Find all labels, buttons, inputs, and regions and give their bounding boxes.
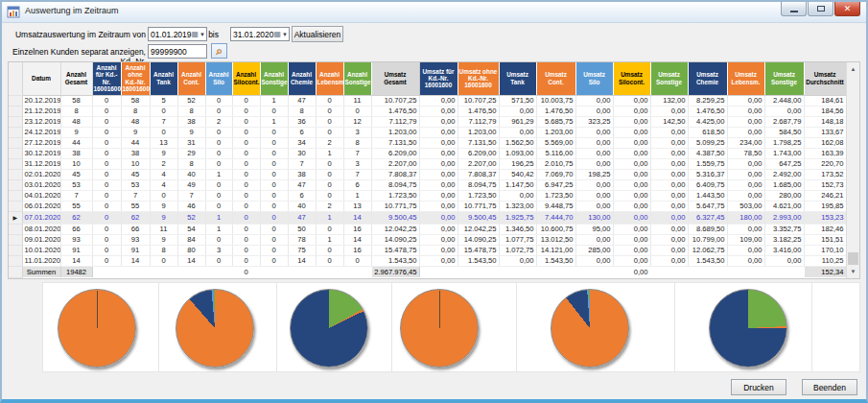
table-cell[interactable]: 1.562,50 — [499, 137, 536, 148]
table-cell[interactable]: 0 — [92, 95, 121, 106]
table-cell[interactable]: 9 — [150, 148, 177, 158]
table-cell[interactable]: 0,00 — [419, 169, 457, 179]
table-cell[interactable]: 1.476,50 — [457, 106, 499, 116]
table-cell[interactable]: 0,00 — [499, 255, 536, 266]
table-cell[interactable]: 2.687,79 — [764, 116, 804, 127]
maximize-button[interactable] — [808, 2, 833, 16]
table-cell[interactable]: 0,00 — [727, 245, 764, 255]
table-cell[interactable]: 8.094,75 — [371, 179, 419, 190]
table-cell[interactable]: 1.543,50 — [457, 255, 499, 266]
table-cell[interactable]: 5.116,00 — [536, 148, 575, 158]
row-selector[interactable] — [9, 95, 22, 106]
table-cell[interactable]: 45 — [121, 169, 150, 179]
table-cell[interactable]: 6.209,00 — [371, 148, 419, 158]
table-cell[interactable]: 84 — [177, 234, 205, 245]
table-cell[interactable]: 2.207,00 — [371, 158, 419, 169]
table-cell[interactable]: 50 — [288, 224, 316, 234]
table-cell[interactable]: 95,00 — [575, 224, 613, 234]
table-cell[interactable]: 0,00 — [575, 95, 613, 106]
table-cell[interactable]: 1.093,00 — [499, 148, 536, 158]
table-cell[interactable]: 162,08 — [804, 137, 846, 148]
table-cell[interactable]: 0,00 — [613, 190, 650, 201]
table-cell[interactable]: 40 — [288, 201, 316, 211]
row-selector[interactable] — [9, 158, 22, 169]
table-cell[interactable]: 10.003,75 — [536, 95, 575, 106]
table-cell[interactable]: 0 — [316, 224, 343, 234]
table-cell[interactable]: 0 — [260, 137, 288, 148]
table-cell[interactable]: 10.707,25 — [371, 95, 419, 106]
table-cell[interactable]: 0,00 — [764, 106, 804, 116]
table-cell[interactable]: 7 — [177, 190, 205, 201]
table-cell[interactable]: 0,00 — [499, 106, 536, 116]
table-cell[interactable]: 0 — [92, 116, 121, 127]
table-cell[interactable]: 0,00 — [650, 106, 688, 116]
table-cell[interactable]: 9 — [60, 127, 92, 137]
table-cell[interactable]: 7 — [343, 148, 371, 158]
table-cell[interactable]: 220,70 — [804, 158, 846, 169]
table-cell[interactable]: 27.12.2019 — [22, 137, 60, 148]
table-cell[interactable]: 21.12.2019 — [22, 106, 60, 116]
table-cell[interactable]: 8.094,75 — [457, 179, 499, 190]
table-cell[interactable]: 647,25 — [764, 158, 804, 169]
table-cell[interactable]: 38 — [60, 148, 92, 158]
table-cell[interactable]: 8 — [121, 106, 150, 116]
table-cell[interactable]: 0,00 — [764, 255, 804, 266]
table-cell[interactable]: 0,00 — [650, 234, 688, 245]
table-cell[interactable]: 0,00 — [727, 95, 764, 106]
table-cell[interactable]: 34 — [288, 137, 316, 148]
table-cell[interactable]: 7.112,79 — [457, 116, 499, 127]
table-cell[interactable]: 1 — [316, 148, 343, 158]
table-cell[interactable]: 0 — [232, 148, 260, 158]
table-cell[interactable]: 11 — [150, 224, 177, 234]
table-cell[interactable]: 130,00 — [575, 211, 613, 224]
table-cell[interactable]: 49 — [177, 179, 205, 190]
table-cell[interactable]: 1.559,75 — [688, 158, 727, 169]
table-cell[interactable]: 31.12.2019 — [22, 158, 60, 169]
table-cell[interactable]: 10.600,75 — [536, 224, 575, 234]
table-cell[interactable]: 2 — [316, 137, 343, 148]
table-cell[interactable]: 0,00 — [650, 255, 688, 266]
table-cell[interactable]: 0 — [205, 148, 232, 158]
table-cell[interactable]: 280,00 — [764, 190, 804, 201]
table-cell[interactable]: 0,00 — [650, 137, 688, 148]
table-cell[interactable]: 1.543,50 — [688, 255, 727, 266]
table-cell[interactable]: 1.743,00 — [764, 148, 804, 158]
table-cell[interactable]: 0 — [260, 234, 288, 245]
table-cell[interactable]: 0 — [232, 137, 260, 148]
table-cell[interactable]: 3.352,75 — [764, 224, 804, 234]
table-cell[interactable]: 8 — [150, 245, 177, 255]
table-cell[interactable]: 2 — [316, 201, 343, 211]
table-cell[interactable]: 148,18 — [804, 116, 846, 127]
table-cell[interactable]: 152,73 — [804, 179, 846, 190]
table-cell[interactable]: 5.569,00 — [536, 137, 575, 148]
table-cell[interactable]: 0,00 — [575, 234, 613, 245]
table-cell[interactable]: 0 — [260, 179, 288, 190]
table-cell[interactable]: 66 — [60, 224, 92, 234]
table-cell[interactable]: 0 — [232, 95, 260, 106]
table-cell[interactable]: 0 — [205, 234, 232, 245]
exit-button[interactable]: Beenden — [802, 379, 857, 395]
table-cell[interactable]: 173,52 — [804, 169, 846, 179]
table-cell[interactable]: 07.01.2020 — [22, 211, 60, 224]
table-cell[interactable]: 13 — [150, 137, 177, 148]
table-cell[interactable]: 36 — [288, 116, 316, 127]
table-cell[interactable]: 132,00 — [650, 95, 688, 106]
print-button[interactable]: Drucken — [731, 379, 786, 395]
table-cell[interactable]: 1.723,50 — [457, 190, 499, 201]
table-cell[interactable]: 09.01.2020 — [22, 234, 60, 245]
table-cell[interactable]: 30.12.2019 — [22, 148, 60, 158]
minimize-button[interactable] — [781, 2, 807, 16]
table-cell[interactable]: 48 — [60, 116, 92, 127]
table-cell[interactable]: 15.478,75 — [457, 245, 499, 255]
table-cell[interactable]: 14 — [288, 255, 316, 266]
table-cell[interactable]: 10.01.2020 — [22, 245, 60, 255]
table-cell[interactable]: 0,00 — [650, 211, 688, 224]
table-cell[interactable]: 3.182,25 — [764, 234, 804, 245]
table-cell[interactable]: 12.042,25 — [371, 224, 419, 234]
table-cell[interactable]: 0 — [260, 106, 288, 116]
table-cell[interactable]: 0,00 — [727, 116, 764, 127]
table-cell[interactable]: 0,00 — [499, 127, 536, 137]
table-cell[interactable]: 24.12.2019 — [22, 127, 60, 137]
table-cell[interactable]: 1 — [260, 116, 288, 127]
table-cell[interactable]: 55 — [60, 201, 92, 211]
